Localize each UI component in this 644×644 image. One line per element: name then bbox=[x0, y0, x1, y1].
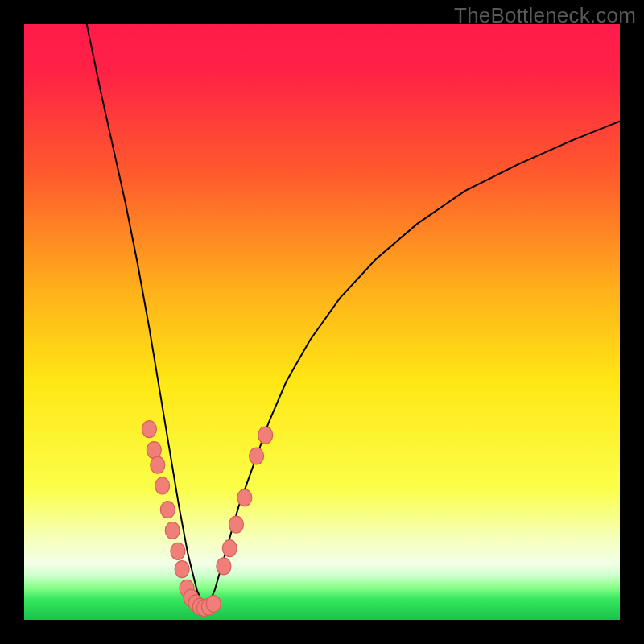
data-marker bbox=[147, 442, 161, 459]
data-marker bbox=[222, 540, 237, 557]
data-marker bbox=[155, 477, 170, 494]
data-marker bbox=[160, 502, 175, 518]
data-marker bbox=[229, 516, 243, 533]
data-marker bbox=[250, 448, 264, 464]
outer-frame: TheBottleneck.com bbox=[0, 0, 644, 644]
plot-svg bbox=[24, 24, 620, 620]
plot-area bbox=[24, 24, 620, 620]
data-marker bbox=[142, 421, 156, 438]
data-marker bbox=[217, 558, 231, 575]
data-marker bbox=[258, 427, 273, 444]
data-marker bbox=[165, 522, 180, 539]
data-marker bbox=[151, 456, 165, 473]
data-marker bbox=[237, 489, 252, 506]
data-marker bbox=[171, 543, 185, 559]
data-marker bbox=[206, 596, 221, 613]
data-marker bbox=[175, 561, 189, 578]
